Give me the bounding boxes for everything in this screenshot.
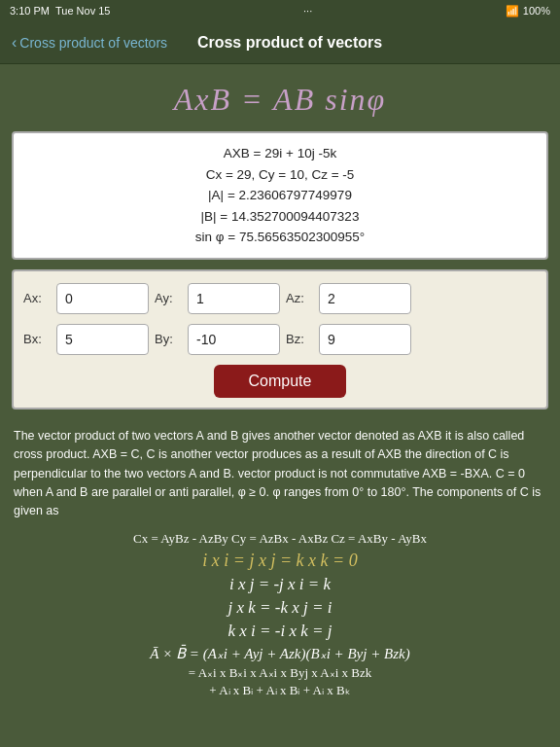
wifi-icon: 📶 xyxy=(506,5,519,18)
result-line3: |A| = 2.23606797749979 xyxy=(27,185,533,206)
battery: 100% xyxy=(523,5,550,17)
az-label: Az: xyxy=(286,291,313,305)
ijk4-formula: k x i = -i x k = j xyxy=(14,622,546,641)
results-box: AXB = 29i + 10j -5k Cx = 29, Cy = 10, Cz… xyxy=(12,131,548,260)
ay-label: Ay: xyxy=(155,291,182,305)
expansion2-formula: = Aₓi x Bₓi x Aₓi x Byj x Aₓi x Bzk xyxy=(14,665,546,681)
components-formula: Cx = AyBz - AzBy Cy = AzBx - AxBz Cz = A… xyxy=(14,531,546,547)
input-area: Ax: Ay: Az: Bx: By: Bz: Compute xyxy=(12,269,548,409)
formula-section: Cx = AyBz - AzBy Cy = AzBx - AxBz Cz = A… xyxy=(0,527,560,704)
vector-a-row: Ax: Ay: Az: xyxy=(23,283,537,314)
expansion1-formula: Ā × B̄ = (Aₓi + Ayj + Azk)(Bₓi + Byj + B… xyxy=(14,645,546,662)
ijk3-formula: j x k = -k x j = i xyxy=(14,598,546,618)
result-line5: sin φ = 75.56563502300955° xyxy=(27,227,533,248)
main-content: AxB = AB sinφ AXB = 29i + 10j -5k Cx = 2… xyxy=(0,64,560,747)
compute-row: Compute xyxy=(23,365,537,398)
compute-button[interactable]: Compute xyxy=(214,365,347,398)
status-bar: 3:10 PM Tue Nov 15 ··· 📶 100% xyxy=(0,0,560,21)
bz-input[interactable] xyxy=(319,324,411,355)
date: Tue Nov 15 xyxy=(55,5,110,17)
by-label: By: xyxy=(155,332,182,346)
ax-label: Ax: xyxy=(23,291,51,305)
back-button[interactable]: ‹ Cross product of vectors xyxy=(12,34,167,52)
nav-title: Cross product of vectors xyxy=(177,34,402,52)
ay-input[interactable] xyxy=(188,283,280,314)
bx-label: Bx: xyxy=(23,332,51,346)
vector-b-row: Bx: By: Bz: xyxy=(23,324,537,355)
ax-input[interactable] xyxy=(56,283,149,314)
nav-bar: ‹ Cross product of vectors Cross product… xyxy=(0,21,560,64)
az-input[interactable] xyxy=(319,283,411,314)
ijk2-formula: i x j = -j x i = k xyxy=(14,575,546,594)
description-text: The vector product of two vectors A and … xyxy=(0,419,560,527)
time: 3:10 PM xyxy=(10,5,50,17)
bx-input[interactable] xyxy=(56,324,149,355)
status-left: 3:10 PM Tue Nov 15 xyxy=(10,5,110,17)
result-line2: Cx = 29, Cy = 10, Cz = -5 xyxy=(27,164,533,186)
ijk1-formula: i x i = j x j = k x k = 0 xyxy=(14,551,546,571)
expansion3-formula: + Aᵢ x Bᵢ + Aᵢ x Bᵢ + Aᵢ x Bₖ xyxy=(14,683,546,698)
status-right: 📶 100% xyxy=(506,5,550,18)
main-formula: AxB = AB sinφ xyxy=(0,74,560,131)
result-line4: |B| = 14.352700094407323 xyxy=(27,206,533,228)
back-label: Cross product of vectors xyxy=(19,35,167,51)
bz-label: Bz: xyxy=(286,332,313,346)
back-chevron-icon: ‹ xyxy=(12,34,17,52)
by-input[interactable] xyxy=(188,324,280,355)
result-line1: AXB = 29i + 10j -5k xyxy=(27,143,533,164)
status-dots: ··· xyxy=(303,5,312,17)
